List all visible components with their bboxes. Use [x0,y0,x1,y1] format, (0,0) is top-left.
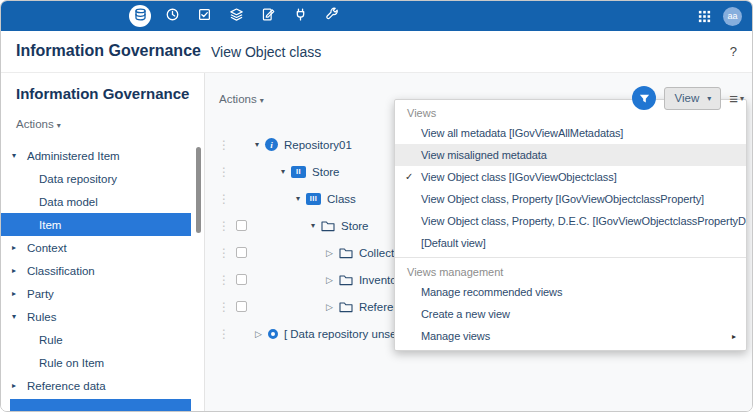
clock-nav-button[interactable] [161,5,183,27]
plug-nav-button[interactable] [289,5,311,27]
chevron-right-icon: ▷ [255,329,262,339]
menu-item-create-new-view[interactable]: Create a new view [395,303,746,325]
sidebar-item-administered-item[interactable]: ▾ Administered Item [1,144,191,167]
plug-icon [293,7,308,26]
folder-icon [339,247,353,259]
topbar: aa [1,1,752,31]
menu-section-header: Views management [395,261,746,281]
level-3-icon: III [306,193,321,205]
filter-icon [638,92,651,105]
wrench-nav-button[interactable] [321,5,343,27]
drag-handle-icon[interactable]: ⋮ [218,165,230,179]
folder-icon [339,274,353,286]
task-edit-icon [261,7,276,26]
folder-icon [339,301,353,313]
drag-handle-icon[interactable]: ⋮ [218,327,230,341]
sidebar-item-rule[interactable]: Rule [1,328,191,351]
chevron-right-icon: ▷ [326,275,333,285]
topbar-nav [129,1,343,31]
chevron-right-icon: ▷ [326,302,333,312]
task-check-icon [197,7,212,26]
sidebar-item-reference-data[interactable]: ▸ Reference data [1,374,191,397]
repository-circle-icon [268,329,278,339]
menu-item-manage-recommended-views[interactable]: Manage recommended views [395,281,746,303]
chevron-down-icon: ▾ [281,167,285,176]
row-checkbox[interactable] [236,220,247,231]
chevron-right-icon: ▸ [12,381,16,390]
catalog-nav-button[interactable] [225,5,247,27]
row-checkbox[interactable] [236,274,247,285]
header-band: Information Governance View Object class… [1,31,752,73]
main-actions-dropdown[interactable]: Actions▾ [219,93,264,105]
avatar[interactable]: aa [723,7,742,26]
row-checkbox[interactable] [236,301,247,312]
drag-handle-icon[interactable]: ⋮ [218,246,230,260]
chevron-down-icon: ▾ [12,312,16,321]
sidebar-item-partial[interactable] [10,399,191,411]
menu-item-view-object-class[interactable]: ✓ View Object class [IGovViewObjectclass… [395,166,746,188]
menu-item-view-misaligned-metadata[interactable]: View misaligned metadata [395,144,746,166]
menu-item-view-all-metadata[interactable]: View all metadata [IGovViewAllMetadatas] [395,122,746,144]
sidebar-item-rules[interactable]: ▾ Rules [1,305,191,328]
view-button[interactable]: View▾ [664,87,721,110]
info-icon: i [265,138,278,151]
wrench-icon [325,7,340,26]
check-icon: ✓ [405,171,413,182]
chevron-down-icon: ▾ [260,96,264,105]
view-dropdown-menu: Views View all metadata [IGovViewAllMeta… [394,99,747,351]
drag-handle-icon[interactable]: ⋮ [218,138,230,152]
sidebar-scrollbar[interactable] [196,147,201,233]
chevron-down-icon: ▾ [255,140,259,149]
menu-item-view-object-class-property[interactable]: View Object class, Property [IGovViewObj… [395,188,746,210]
chevron-down-icon: ▾ [57,121,61,130]
chevron-down-icon: ▾ [296,194,300,203]
sidebar-item-party[interactable]: ▸ Party [1,282,191,305]
submenu-arrow-icon: ▸ [732,332,736,341]
sidebar-actions-dropdown[interactable]: Actions▾ [1,102,204,130]
drag-handle-icon[interactable]: ⋮ [218,300,230,314]
chevron-down-icon: ▾ [707,94,711,103]
main-panel: Actions▾ View▾ ≡▾ ⋮ [205,73,752,411]
chevron-right-icon: ▸ [12,266,16,275]
chevron-down-icon: ▾ [311,221,315,230]
sidebar-item-context[interactable]: ▸ Context [1,236,191,259]
database-icon [133,7,148,26]
sidebar: Information Governance Actions▾ ▾ Admini… [1,73,205,411]
sidebar-item-data-repository[interactable]: Data repository [1,167,191,190]
main-toolbar-right: View▾ ≡▾ [632,86,744,110]
catalog-icon [229,7,244,26]
app-window: aa Information Governance View Object cl… [0,0,753,412]
drag-handle-icon[interactable]: ⋮ [218,273,230,287]
menu-divider [395,257,746,258]
sidebar-item-item[interactable]: Item [1,213,191,236]
page-title: View Object class [211,44,321,60]
topbar-right: aa [698,1,742,31]
drag-handle-icon[interactable]: ⋮ [218,219,230,233]
sidebar-title: Information Governance [1,73,204,102]
sidebar-item-rule-on-item[interactable]: Rule on Item [1,351,191,374]
chevron-right-icon: ▸ [12,289,16,298]
row-checkbox[interactable] [236,247,247,258]
chevron-down-icon: ▾ [12,151,16,160]
folder-icon [321,220,335,232]
sidebar-item-data-model[interactable]: Data model [1,190,191,213]
menu-item-view-object-class-property-dec[interactable]: View Object class, Property, D.E.C. [IGo… [395,210,746,232]
sidebar-tree: ▾ Administered Item Data repository Data… [1,144,204,397]
body-area: Information Governance Actions▾ ▾ Admini… [1,73,752,411]
chevron-right-icon: ▸ [12,243,16,252]
app-title: Information Governance [16,42,201,60]
menu-item-default-view[interactable]: [Default view] [395,232,746,254]
hamburger-icon: ≡ [729,91,738,106]
drag-handle-icon[interactable]: ⋮ [218,192,230,206]
sidebar-item-classification[interactable]: ▸ Classification [1,259,191,282]
filter-button[interactable] [632,86,656,110]
apps-grid-icon[interactable] [698,10,711,23]
chevron-down-icon: ▾ [740,94,744,103]
database-nav-button[interactable] [129,5,151,27]
menu-button[interactable]: ≡▾ [729,91,744,106]
chevron-right-icon: ▷ [326,248,333,258]
task-check-nav-button[interactable] [193,5,215,27]
task-edit-nav-button[interactable] [257,5,279,27]
help-button[interactable]: ? [730,44,737,59]
menu-item-manage-views[interactable]: Manage views ▸ [395,325,746,347]
